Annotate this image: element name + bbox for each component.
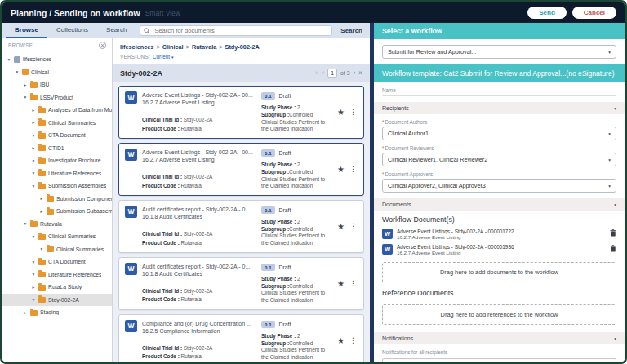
tab-search[interactable]: Search [97, 23, 136, 38]
tree-item-analyses-of-data-from-more-than-one[interactable]: ▸ Analyses of Data from More Than One [2, 104, 112, 117]
tree-chevron-icon[interactable]: ▾ [7, 57, 11, 62]
tab-collections[interactable]: Collections [47, 23, 97, 38]
workflow-doc-item[interactable]: W Adverse Event Listings - Stdy-002-2A -… [374, 226, 625, 242]
tree-item-investigator-brochure[interactable]: ▾ Investigator Brochure [2, 154, 112, 167]
trash-icon[interactable] [610, 245, 616, 252]
tree-item-label: CTID1 [48, 145, 64, 151]
folder-icon [38, 171, 46, 176]
tree-chevron-icon[interactable]: ▾ [31, 297, 36, 302]
tree-item-clinical-summaries[interactable]: ▸ Clinical Summaries [2, 117, 112, 130]
versions-current-dropdown[interactable]: Current ▾ [153, 54, 174, 60]
recipient-select[interactable]: Clinical Approver2, Clinical Approver3 ▾ [382, 179, 616, 193]
favorite-star-icon[interactable]: ★ [337, 165, 345, 174]
search-input[interactable] [153, 26, 328, 35]
tree-item-rutala-study[interactable]: ▸ RutaLa Study [2, 281, 112, 294]
recipient-field: *Document Reviewers Clinical Reviewer1, … [374, 145, 625, 166]
tree-chevron-icon[interactable]: ▾ [31, 158, 36, 163]
tree-chevron-icon[interactable]: ▾ [31, 234, 36, 239]
favorite-star-icon[interactable]: ★ [337, 336, 345, 345]
document-card[interactable]: W Audit certificates report - Stdy-002-2… [118, 200, 364, 253]
folder-icon [30, 310, 38, 316]
tree-chevron-icon[interactable]: ▾ [31, 272, 36, 277]
tree-item-submission-subassembly[interactable]: ▸ Submission Subassembly [2, 205, 112, 218]
more-menu-icon[interactable]: ⋮ [349, 336, 357, 344]
word-doc-icon: W [125, 149, 137, 161]
tree-chevron-icon[interactable]: ▸ [23, 82, 28, 87]
more-menu-icon[interactable]: ⋮ [349, 165, 357, 173]
tree-chevron-icon[interactable]: ▾ [39, 246, 44, 251]
tree-chevron-icon[interactable]: ▾ [23, 221, 28, 226]
last-page-icon[interactable]: » [358, 69, 362, 77]
workflow-select[interactable]: Submit for Review and Approval... ▾ [382, 45, 616, 59]
documents-section-header[interactable]: Documents ▾ [374, 198, 625, 211]
version-badge: 0.1 [261, 264, 275, 271]
document-card[interactable]: W Adverse Event Listings - Stdy-002-2A -… [118, 143, 364, 196]
tree-chevron-icon[interactable]: ▾ [31, 184, 36, 189]
workflow-documents-list: W Adverse Event Listings - Stdy-002-2A -… [374, 226, 625, 257]
tree-chevron-icon[interactable]: ▾ [15, 69, 20, 74]
pagination: « ‹ 1 of 3 › » [315, 69, 362, 78]
breadcrumb-item[interactable]: Clinical [162, 43, 184, 51]
more-menu-icon[interactable]: ⋮ [349, 222, 357, 230]
tree-item-staging[interactable]: ▸ Staging [2, 306, 112, 319]
tree-item-rutavala[interactable]: ▾ Rutavala [2, 218, 112, 231]
card-status: 0.1 Draft Study Phase : 2 Subgroup :Cont… [261, 206, 331, 247]
document-card[interactable]: W Compliance and (or) Drug Concentration… [118, 314, 364, 362]
tree-chevron-icon[interactable]: ▸ [39, 196, 44, 201]
tree-chevron-icon[interactable]: ▾ [31, 171, 36, 175]
recipients-section-header[interactable]: Recipients ▾ [374, 102, 625, 114]
document-card[interactable]: W Audit certificates report - Stdy-002-2… [118, 257, 364, 310]
documents-dropzone[interactable]: Drag here to add documents to the workfl… [382, 262, 616, 282]
tree-item-cta-document[interactable]: ▾ CTA Document [2, 255, 112, 269]
tree-chevron-icon[interactable]: ▸ [31, 108, 36, 113]
page-number-input[interactable]: 1 [327, 69, 337, 78]
favorite-star-icon[interactable]: ★ [337, 222, 345, 231]
tree-item-ibu[interactable]: ▸ IBU [2, 78, 112, 91]
tree-item-ctid1[interactable]: ▸ CTID1 [2, 142, 112, 155]
tree-chevron-icon[interactable]: ▸ [39, 209, 44, 214]
workflow-name-input[interactable]: Cat2 Submit for Review and Approval...(n… [382, 95, 616, 96]
tree-item-clinical-summaries[interactable]: ▾ Clinical Summaries [2, 230, 112, 243]
tree-chevron-icon[interactable]: ▾ [31, 133, 36, 138]
tree-item-submission-component[interactable]: ▸ Submission Component [2, 193, 112, 206]
tree-item-submission-assemblies[interactable]: ▾ Submission Assemblies [2, 180, 112, 193]
references-dropzone[interactable]: Drag here to add references to the workf… [382, 304, 616, 325]
more-menu-icon[interactable]: ⋮ [349, 108, 357, 116]
trash-icon[interactable] [610, 229, 616, 237]
tree-item-literature-references[interactable]: ▾ Literature References [2, 269, 112, 282]
tree-item-cta-document[interactable]: ▾ CTA Document [2, 129, 112, 142]
recipient-select[interactable]: Clinical Author1 ▾ [382, 127, 616, 140]
breadcrumb-item[interactable]: Rutavala [192, 43, 216, 51]
tree-chevron-icon[interactable]: ▸ [31, 145, 36, 150]
next-page-icon[interactable]: › [353, 69, 355, 77]
document-card[interactable]: W Adverse Event Listings - Stdy-002-2A -… [118, 86, 364, 139]
cancel-button[interactable]: Cancel [572, 7, 616, 19]
favorite-star-icon[interactable]: ★ [337, 279, 345, 288]
tree-chevron-icon[interactable]: ▸ [31, 120, 36, 125]
breadcrumb-item[interactable]: Stdy-002-2A [225, 43, 260, 51]
tree-item-lifesciences[interactable]: ▾ lifesciences [2, 53, 112, 66]
favorite-star-icon[interactable]: ★ [337, 108, 345, 117]
search-button[interactable]: Search [336, 27, 367, 34]
name-label: Name [382, 87, 616, 93]
tree-chevron-icon[interactable]: ▸ [23, 310, 28, 315]
breadcrumb-item[interactable]: lifesciences [120, 43, 153, 51]
workflow-doc-item[interactable]: W Adverse Event Listings - Stdy-002-2A -… [374, 242, 625, 257]
recipient-select[interactable]: Clinical Reviewer1, Clinical Reviewer2 ▾ [382, 153, 616, 166]
tree-chevron-icon[interactable]: ▾ [23, 95, 28, 100]
tree-item-lssvproduct[interactable]: ▾ LSSVProduct [2, 91, 112, 104]
tree-chevron-icon[interactable]: ▸ [31, 285, 36, 290]
prev-page-icon[interactable]: ‹ [322, 69, 324, 77]
tab-browse[interactable]: Browse [6, 23, 47, 38]
tree-item-literature-references[interactable]: ▾ Literature References [2, 167, 112, 180]
more-menu-icon[interactable]: ⋮ [349, 279, 357, 287]
first-page-icon[interactable]: « [315, 69, 319, 77]
tree-item-clinical[interactable]: ▾ Clinical [2, 66, 112, 79]
send-button[interactable]: Send [527, 7, 567, 19]
notifications-textarea[interactable] [382, 358, 616, 362]
tree-item-stdy-002-2a[interactable]: ▾ Stdy-002-2A [2, 294, 112, 307]
tree-chevron-icon[interactable]: ▾ [31, 260, 36, 264]
close-icon[interactable]: × [99, 42, 106, 49]
notifications-section-header[interactable]: Notifications ▾ [374, 332, 625, 344]
tree-item-clinical-summaries[interactable]: ▾ Clinical Summaries [2, 243, 112, 256]
